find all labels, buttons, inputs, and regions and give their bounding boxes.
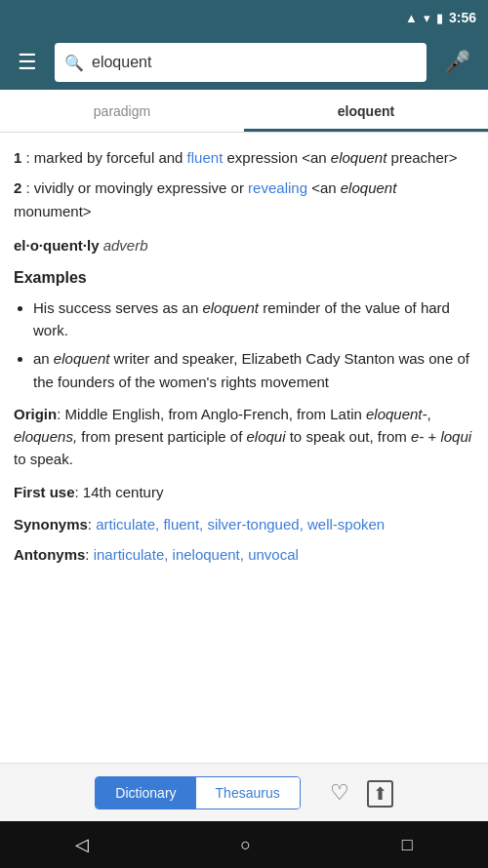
adverb-line: el·o·quent·ly adverb (14, 234, 474, 256)
synonyms-block: Synonyms: articulate, fluent, silver-ton… (14, 513, 474, 535)
back-button[interactable]: ◁ (56, 826, 108, 863)
tab-eloquent[interactable]: eloquent (244, 94, 488, 132)
dict-thes-toggle: Dictionary Thesaurus (95, 776, 300, 809)
def1-italic: eloquent (331, 149, 387, 166)
tab-paradigm[interactable]: paradigm (0, 94, 244, 132)
bottom-action-icons: ♡ ⬆ (330, 780, 393, 806)
def2-text-before: vividly or movingly expressive or (34, 179, 248, 196)
def2-colon: : (21, 179, 34, 196)
def2-italic: eloquent (341, 179, 397, 196)
tabs-bar: paradigm eloquent (0, 90, 488, 133)
search-input-wrapper: 🔍 (55, 43, 427, 82)
antonyms-block: Antonyms: inarticulate, ineloquent, unvo… (14, 543, 474, 566)
antonyms-label: Antonyms (14, 546, 85, 563)
example-2: an eloquent writer and speaker, Elizabet… (33, 347, 474, 393)
antonyms-colon: : (85, 546, 93, 563)
examples-title: Examples (14, 266, 474, 291)
def2-link-revealing[interactable]: revealing (248, 179, 307, 196)
synonyms-links[interactable]: articulate, fluent, silver-tongued, well… (96, 516, 385, 533)
antonyms-links[interactable]: inarticulate, ineloquent, unvocal (94, 546, 299, 563)
hamburger-icon: ☰ (18, 50, 37, 74)
hamburger-menu-button[interactable]: ☰ (10, 46, 45, 79)
origin-text: : Middle English, from Anglo-French, fro… (14, 406, 471, 468)
def1-text-after: expression <an (223, 149, 331, 166)
status-time: 3:56 (449, 10, 476, 25)
adverb-word: el·o·quent·ly (14, 237, 100, 254)
synonyms-label: Synonyms (14, 516, 88, 533)
definition-1: 1 : marked by forceful and fluent expres… (14, 146, 474, 169)
bottom-bar: Dictionary Thesaurus ♡ ⬆ (0, 763, 488, 821)
microphone-button[interactable]: 🎤 (436, 46, 478, 79)
first-use-block: First use: 14th century (14, 481, 474, 503)
def1-link-fluent[interactable]: fluent (187, 149, 224, 166)
microphone-icon: 🎤 (444, 50, 470, 74)
share-icon: ⬆ (367, 780, 393, 808)
first-use-text: : 14th century (75, 484, 164, 500)
recent-apps-button[interactable]: □ (383, 827, 432, 863)
definition-2: 2 : vividly or movingly expressive or re… (14, 177, 474, 222)
search-bar: ☰ 🔍 🎤 (0, 35, 488, 90)
status-bar: ▲ ▾ ▮ 3:56 (0, 0, 488, 35)
examples-list: His success serves as an eloquent remind… (14, 296, 474, 393)
main-content: 1 : marked by forceful and fluent expres… (0, 133, 488, 763)
origin-block: Origin: Middle English, from Anglo-Frenc… (14, 403, 474, 471)
search-icon: 🔍 (64, 54, 84, 72)
example-1: His success serves as an eloquent remind… (33, 296, 474, 342)
origin-label: Origin (14, 406, 57, 422)
thesaurus-tab-button[interactable]: Thesaurus (196, 777, 300, 809)
def2-text-end: monument> (14, 203, 92, 219)
favorite-button[interactable]: ♡ (330, 780, 349, 806)
dictionary-tab-button[interactable]: Dictionary (96, 777, 195, 809)
home-button[interactable]: ○ (221, 827, 270, 863)
share-button[interactable]: ⬆ (367, 780, 393, 806)
adverb-pos: adverb (103, 237, 148, 254)
signal-icon: ▲ (405, 11, 418, 25)
first-use-label: First use (14, 484, 75, 500)
battery-icon: ▮ (436, 11, 443, 25)
android-nav-bar: ◁ ○ □ (0, 821, 488, 868)
def1-text-end: preacher> (386, 149, 457, 166)
def1-colon: : (21, 149, 34, 166)
synonyms-colon: : (88, 516, 96, 533)
wifi-icon: ▾ (424, 11, 430, 25)
search-input[interactable] (92, 54, 417, 71)
def1-text-before: marked by forceful and (34, 149, 187, 166)
def2-text-after: <an (307, 179, 341, 196)
